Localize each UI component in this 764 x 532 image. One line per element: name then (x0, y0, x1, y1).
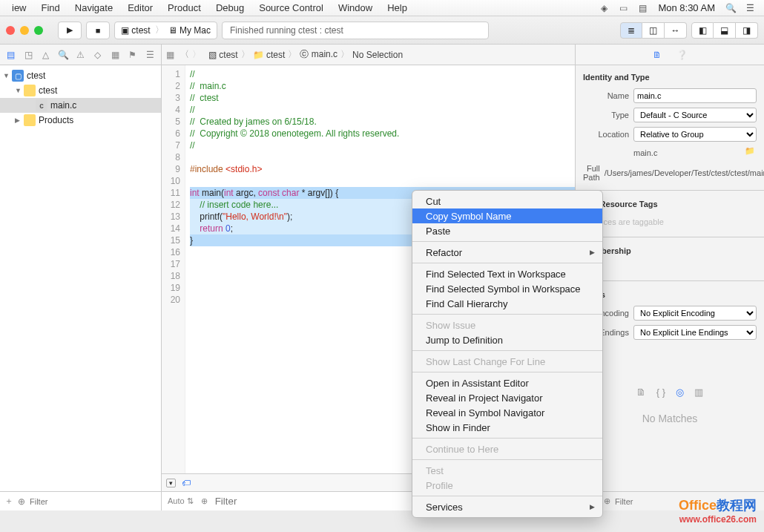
auto-scope-button[interactable]: Auto ⇅ (168, 496, 194, 506)
standard-editor-button[interactable]: ≣ (620, 22, 642, 39)
menu-find[interactable]: Find (34, 2, 67, 13)
breadcrumb-file[interactable]: ⓒ main.c (300, 48, 337, 61)
name-field[interactable] (633, 88, 757, 103)
list-icon[interactable]: ☰ (743, 1, 757, 15)
ctx-profile: Profile (412, 478, 602, 493)
monitor-icon: 🖥 (168, 25, 177, 36)
ctx-reveal-in-symbol-navigator[interactable]: Reveal in Symbol Navigator (412, 405, 602, 420)
minimize-window-button[interactable] (20, 26, 29, 35)
toggle-debug-button[interactable]: ⬓ (714, 22, 736, 39)
location-select[interactable]: Relative to Group (633, 127, 757, 142)
file-template-icon[interactable]: 🗎 (636, 387, 646, 398)
editor-mode-segment[interactable]: ≣ ◫ ↔ (620, 22, 687, 39)
assistant-editor-button[interactable]: ◫ (642, 22, 665, 39)
tree-row-ctest[interactable]: ▼ctest (0, 83, 161, 98)
fullpath-value: /Users/james/Developer/Test/ctest/ctest/… (605, 168, 764, 178)
search-icon[interactable]: 🔍 (724, 1, 737, 15)
flag-icon[interactable]: ▤ (636, 1, 649, 15)
filter-icon[interactable]: ⊕ (604, 496, 610, 506)
ctx-services[interactable]: Services (412, 499, 602, 514)
menu-window[interactable]: Window (331, 2, 380, 13)
disclosure-icon[interactable]: ▾ (166, 479, 176, 487)
scheme-selector[interactable]: ▣ ctest 〉 🖥 My Mac (114, 22, 217, 39)
ctx-show-last-change-for-line: Show Last Change For Line (412, 354, 602, 369)
menu-product[interactable]: Product (160, 2, 208, 13)
encoding-select[interactable]: No Explicit Encoding (633, 306, 757, 321)
version-editor-button[interactable]: ↔ (665, 22, 687, 39)
object-library-icon[interactable]: ◎ (676, 387, 684, 398)
scheme-target: ctest (131, 25, 150, 36)
window-controls (6, 26, 43, 35)
menu-view[interactable]: iew (4, 2, 34, 13)
library-picker: 🗎 { } ◎ ▥ (636, 387, 703, 398)
tree-row-main.c[interactable]: cmain.c (0, 98, 161, 113)
jump-bar[interactable]: ▦ 〈 〉 ▧ ctest〉 📁 ctest〉 ⓒ main.c〉 No Sel… (162, 45, 575, 65)
close-window-button[interactable] (6, 26, 15, 35)
menu-help[interactable]: Help (380, 2, 415, 13)
tree-row-ctest[interactable]: ▼▢ctest (0, 68, 161, 83)
display-icon[interactable]: ▭ (616, 1, 630, 15)
project-navigator-icon[interactable]: ▤ (4, 48, 17, 62)
panel-toggle-segment[interactable]: ◧ ⬓ ◨ (691, 22, 758, 39)
folder-icon[interactable]: 📁 (743, 146, 757, 160)
menu-navigate[interactable]: Navigate (67, 2, 120, 13)
source-control-navigator-icon[interactable]: ◳ (22, 48, 34, 62)
toggle-inspector-button[interactable]: ◨ (736, 22, 758, 39)
project-navigator: ▼▢ctest▼ctestcmain.c▶Products ＋ ⊕ (0, 65, 162, 510)
breadcrumb-folder[interactable]: 📁 ctest (253, 50, 286, 60)
run-button[interactable]: ▶ (58, 22, 82, 39)
issue-navigator-icon[interactable]: ⚠ (74, 48, 87, 62)
ctx-find-selected-text-in-workspace[interactable]: Find Selected Text in Workspace (412, 266, 602, 281)
menubar-clock[interactable]: Mon 8:30 AM (658, 2, 715, 13)
breadcrumb-project[interactable]: ▧ ctest (208, 50, 238, 60)
code-snippet-icon[interactable]: { } (656, 387, 665, 398)
ctx-reveal-in-project-navigator[interactable]: Reveal in Project Navigator (412, 390, 602, 405)
toggle-navigator-button[interactable]: ◧ (691, 22, 714, 39)
ctx-jump-to-definition[interactable]: Jump to Definition (412, 332, 602, 347)
add-button[interactable]: ＋ (4, 495, 13, 508)
ctx-cut[interactable]: Cut (412, 194, 602, 208)
navigator-filter-input[interactable] (30, 497, 157, 506)
zoom-window-button[interactable] (34, 26, 43, 35)
tree-row-products[interactable]: ▶Products (0, 113, 161, 128)
menu-debug[interactable]: Debug (208, 2, 251, 13)
ctx-show-in-finder[interactable]: Show in Finder (412, 420, 602, 435)
file-inspector-icon[interactable]: 🗎 (653, 50, 662, 60)
ctx-paste[interactable]: Paste (412, 223, 602, 238)
endings-select[interactable]: No Explicit Line Endings (633, 325, 757, 340)
line-gutter: 1234567891011121314151617181920 (162, 65, 185, 473)
report-navigator-icon[interactable]: ☰ (144, 48, 157, 62)
membership-target: ctest (583, 260, 757, 275)
media-library-icon[interactable]: ▥ (694, 387, 703, 398)
back-button[interactable]: 〈 (180, 48, 189, 61)
forward-button[interactable]: 〉 (192, 48, 201, 61)
diamond-icon[interactable]: ◈ (597, 1, 610, 15)
ctx-refactor[interactable]: Refactor (412, 245, 602, 260)
ctx-open-in-assistant-editor[interactable]: Open in Assistant Editor (412, 375, 602, 390)
menu-editor[interactable]: Editor (120, 2, 160, 13)
name-label: Name (583, 91, 629, 100)
tag-icon[interactable]: 🏷 (182, 478, 191, 488)
help-inspector-icon[interactable]: ❔ (676, 50, 688, 60)
ctx-show-issue: Show Issue (412, 318, 602, 332)
filter-icon[interactable]: ⊕ (201, 496, 208, 506)
find-navigator-icon[interactable]: 🔍 (56, 48, 69, 62)
ctx-find-call-hierarchy[interactable]: Find Call Hierarchy (412, 296, 602, 311)
test-navigator-icon[interactable]: ◇ (91, 48, 104, 62)
scheme-device: My Mac (180, 25, 211, 36)
editor-context-menu[interactable]: CutCopy Symbol NamePasteRefactorFind Sel… (412, 190, 603, 518)
file-inspector: Identity and Type Name TypeDefault - C S… (575, 65, 764, 510)
menu-source-control[interactable]: Source Control (251, 2, 331, 13)
no-matches-label: No Matches (642, 413, 698, 424)
ctx-copy-symbol-name[interactable]: Copy Symbol Name (412, 208, 602, 223)
symbol-navigator-icon[interactable]: △ (39, 48, 52, 62)
stop-button[interactable]: ■ (86, 22, 110, 39)
type-select[interactable]: Default - C Source (633, 108, 757, 122)
breakpoint-navigator-icon[interactable]: ⚑ (126, 48, 139, 62)
debug-navigator-icon[interactable]: ▦ (109, 48, 122, 62)
breadcrumb-selection[interactable]: No Selection (352, 50, 403, 60)
filter-icon[interactable]: ⊕ (18, 496, 25, 507)
identity-title: Identity and Type (583, 73, 757, 82)
ctx-find-selected-symbol-in-workspace[interactable]: Find Selected Symbol in Workspace (412, 281, 602, 296)
related-items-icon[interactable]: ▦ (166, 50, 174, 60)
